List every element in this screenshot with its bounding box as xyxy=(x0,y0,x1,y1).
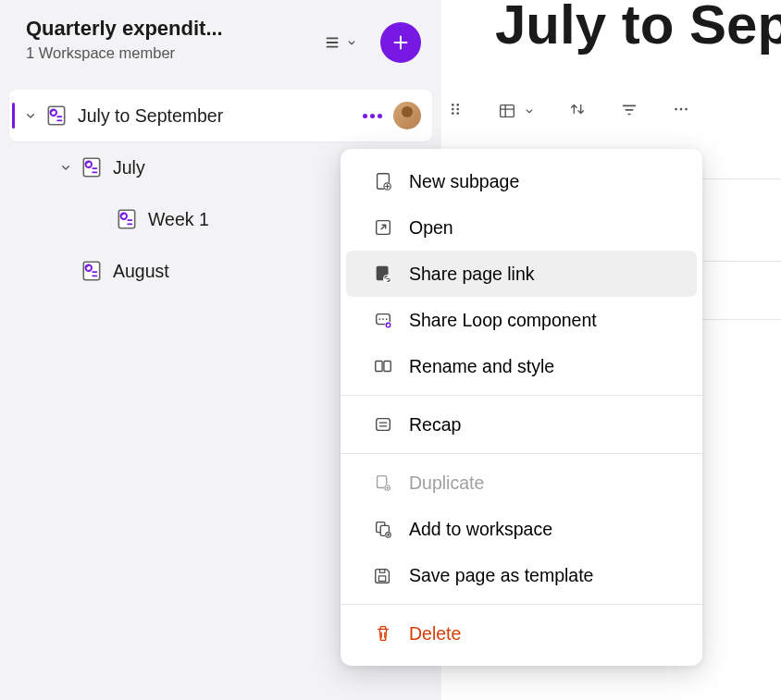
filter-button[interactable] xyxy=(619,99,639,123)
user-avatar[interactable] xyxy=(393,102,421,129)
menu-item-label: Delete xyxy=(409,623,461,645)
menu-item-share-link[interactable]: Share page link xyxy=(346,251,697,297)
menu-item-label: Duplicate xyxy=(409,473,484,494)
context-menu: New subpageOpenShare page linkShare Loop… xyxy=(341,149,702,666)
tree-item-label: July to September xyxy=(78,105,363,127)
menu-item-label: Save page as template xyxy=(409,565,593,586)
new-subpage-icon xyxy=(372,170,394,192)
menu-item-new-subpage[interactable]: New subpage xyxy=(346,158,697,204)
menu-divider xyxy=(341,395,702,396)
recap-icon xyxy=(372,413,394,436)
open-icon xyxy=(372,216,394,239)
rename-icon xyxy=(372,355,394,377)
menu-item-label: Share Loop component xyxy=(409,310,597,331)
menu-item-add-workspace[interactable]: Add to workspace xyxy=(346,506,697,552)
menu-item-share-loop[interactable]: Share Loop component xyxy=(346,297,697,343)
menu-item-label: Add to workspace xyxy=(409,519,552,540)
menu-item-recap[interactable]: Recap xyxy=(346,401,697,448)
menu-item-save-template[interactable]: Save page as template xyxy=(346,552,697,598)
page-icon xyxy=(44,104,68,128)
more-options-icon[interactable] xyxy=(363,114,382,118)
workspace-title[interactable]: Quarterly expendit... xyxy=(26,17,223,41)
menu-item-open[interactable]: Open xyxy=(346,204,697,251)
menu-divider xyxy=(341,604,702,605)
drag-handle-icon[interactable] xyxy=(445,99,465,123)
page-icon xyxy=(80,155,104,179)
share-link-icon xyxy=(372,263,394,285)
menu-divider xyxy=(341,453,702,454)
add-workspace-icon xyxy=(372,518,394,540)
more-options-button[interactable] xyxy=(671,99,691,123)
add-page-button[interactable] xyxy=(380,22,421,63)
share-loop-icon xyxy=(372,309,394,331)
menu-item-duplicate: Duplicate xyxy=(346,460,697,506)
chevron-down-icon[interactable] xyxy=(57,159,74,176)
tree-item[interactable]: July to September xyxy=(9,90,432,141)
save-template-icon xyxy=(372,564,394,586)
menu-item-delete[interactable]: Delete xyxy=(346,610,697,657)
view-toggle[interactable] xyxy=(322,32,358,53)
menu-item-rename[interactable]: Rename and style xyxy=(346,343,697,389)
delete-icon xyxy=(372,622,394,645)
menu-item-label: Recap xyxy=(409,414,461,436)
table-view-button[interactable] xyxy=(497,101,536,121)
content-toolbar xyxy=(441,56,781,123)
menu-item-label: New subpage xyxy=(409,171,519,192)
chevron-down-icon[interactable] xyxy=(22,107,39,124)
page-title[interactable]: July to Sep xyxy=(441,0,781,56)
page-icon xyxy=(115,207,139,231)
sort-button[interactable] xyxy=(567,99,588,123)
menu-item-label: Open xyxy=(409,217,453,239)
page-icon xyxy=(80,259,104,283)
menu-item-label: Rename and style xyxy=(409,356,554,377)
duplicate-icon xyxy=(372,472,394,494)
menu-item-label: Share page link xyxy=(409,264,535,285)
